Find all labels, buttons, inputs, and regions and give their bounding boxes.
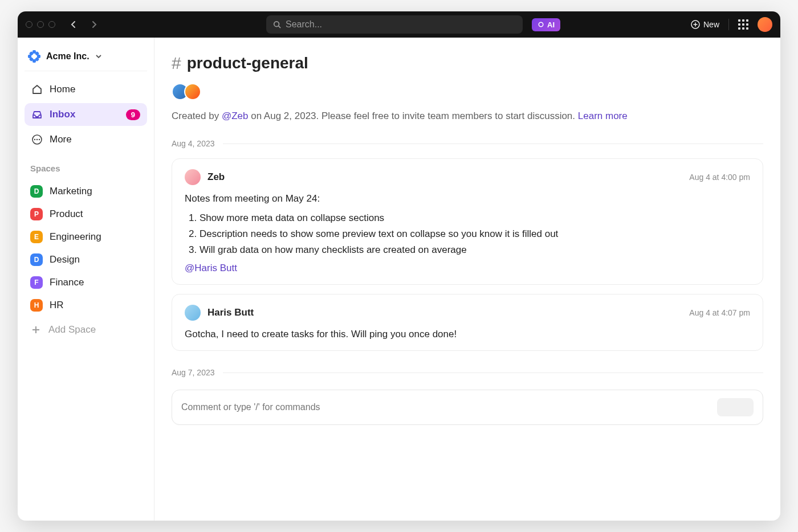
comment-composer[interactable] [172, 390, 763, 425]
nav-inbox-label: Inbox [50, 109, 75, 120]
new-label: New [703, 20, 719, 29]
date-separator: Aug 7, 2023 [172, 368, 763, 377]
space-item-hr[interactable]: HHR [25, 294, 147, 317]
plus-icon [30, 324, 42, 335]
space-item-finance[interactable]: FFinance [25, 271, 147, 294]
space-badge: F [30, 276, 43, 289]
chevron-down-icon [95, 53, 102, 60]
list-item: Will grab data on how many checklists ar… [199, 242, 750, 258]
global-search[interactable]: Search... [266, 15, 523, 34]
sidebar: Acme Inc. Home Inbox 9 More Spaces DMark… [18, 38, 154, 521]
space-item-design[interactable]: DDesign [25, 248, 147, 271]
date-label: Aug 7, 2023 [172, 368, 215, 377]
send-button[interactable] [717, 398, 754, 416]
message: Haris Butt Aug 4 at 4:07 pm Gotcha, I ne… [172, 294, 763, 351]
ai-label: AI [547, 21, 555, 29]
search-icon [273, 21, 281, 28]
workspace-switcher[interactable]: Acme Inc. [25, 46, 147, 71]
learn-more-link[interactable]: Learn more [578, 111, 628, 121]
space-label: Finance [50, 277, 84, 288]
message: Zeb Aug 4 at 4:00 pm Notes from meeting … [172, 158, 763, 285]
space-item-product[interactable]: PProduct [25, 203, 147, 226]
message-avatar[interactable] [185, 305, 201, 321]
nav-more-label: More [50, 134, 72, 145]
channel-name: product-general [187, 54, 308, 72]
channel-header: # product-general [172, 54, 763, 73]
list-item: Show more meta data on collapse sections [199, 210, 750, 226]
message-avatar[interactable] [185, 169, 201, 185]
svg-point-2 [539, 22, 543, 27]
list-item: Description needs to show some preview t… [199, 226, 750, 242]
space-item-marketing[interactable]: DMarketing [25, 180, 147, 203]
apps-grid-icon[interactable] [738, 19, 748, 30]
channel-members[interactable] [172, 83, 763, 100]
add-space-button[interactable]: Add Space [25, 319, 147, 341]
channel-description: Created by @Zeb on Aug 2, 2023. Please f… [172, 111, 763, 122]
member-avatar[interactable] [184, 83, 201, 100]
main-content: # product-general Created by @Zeb on Aug… [154, 38, 780, 521]
inbox-badge: 9 [126, 109, 140, 120]
space-badge: P [30, 208, 43, 220]
message-author: Haris Butt [207, 307, 254, 318]
add-space-label: Add Space [48, 324, 96, 335]
space-label: Marketing [50, 186, 92, 197]
titlebar: Search... AI New [18, 11, 780, 38]
space-badge: D [30, 253, 43, 266]
workspace-logo-icon [28, 50, 40, 63]
plus-circle-icon [691, 20, 700, 29]
svg-line-1 [279, 26, 281, 28]
svg-point-9 [39, 139, 40, 140]
spaces-section-label: Spaces [25, 153, 147, 178]
nav-forward-button[interactable] [86, 17, 102, 32]
search-placeholder: Search... [286, 19, 322, 30]
space-badge: H [30, 299, 43, 312]
svg-point-0 [274, 22, 279, 27]
space-item-engineering[interactable]: EEngineering [25, 226, 147, 248]
nav-inbox[interactable]: Inbox 9 [25, 103, 147, 126]
divider [728, 19, 729, 30]
message-time: Aug 4 at 4:00 pm [689, 173, 750, 182]
app-window: Search... AI New [18, 11, 780, 521]
svg-point-8 [36, 139, 38, 140]
space-label: Design [50, 254, 80, 265]
nav-back-button[interactable] [66, 17, 82, 32]
message-time: Aug 4 at 4:07 pm [689, 308, 750, 317]
ai-button[interactable]: AI [532, 18, 560, 31]
mention-link[interactable]: @Haris Butt [185, 263, 237, 273]
message-author: Zeb [207, 171, 225, 183]
sparkle-icon [538, 21, 544, 28]
nav-more[interactable]: More [25, 128, 147, 151]
nav-home[interactable]: Home [25, 78, 147, 101]
message-text: Gotcha, I need to create tasks for this.… [185, 329, 750, 340]
window-controls[interactable] [26, 21, 55, 28]
nav-home-label: Home [50, 84, 75, 95]
space-label: Engineering [50, 231, 101, 243]
creator-mention[interactable]: @Zeb [222, 111, 249, 121]
user-avatar[interactable] [758, 17, 772, 32]
space-badge: E [30, 231, 43, 243]
new-button[interactable]: New [691, 20, 719, 29]
date-label: Aug 4, 2023 [172, 139, 215, 148]
home-icon [31, 84, 43, 95]
space-label: Product [50, 208, 83, 220]
date-separator: Aug 4, 2023 [172, 139, 763, 148]
space-label: HR [50, 300, 64, 311]
hash-icon: # [172, 54, 181, 73]
space-badge: D [30, 185, 43, 198]
message-text: Notes from meeting on May 24: [185, 193, 750, 204]
comment-input[interactable] [181, 402, 711, 412]
svg-point-7 [34, 139, 35, 140]
more-icon [31, 134, 43, 145]
workspace-name: Acme Inc. [46, 51, 89, 62]
inbox-icon [31, 109, 43, 120]
